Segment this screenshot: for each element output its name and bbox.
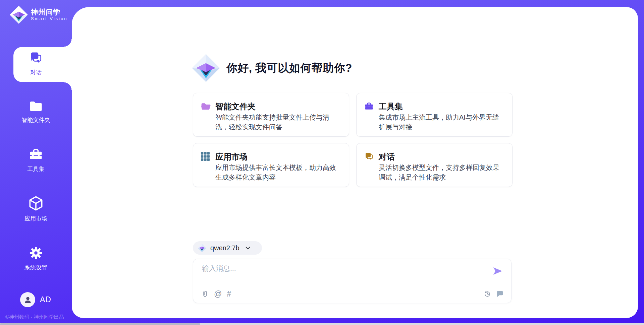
avatar xyxy=(20,292,35,307)
model-diamond-icon xyxy=(198,244,206,252)
brand-logo: 神州问学 Smart Vision xyxy=(9,5,67,24)
message-input[interactable] xyxy=(201,263,488,284)
send-icon[interactable] xyxy=(492,266,503,276)
app-window: 神州问学 Smart Vision 对话 智能文件夹 工具集 应用市场 系统设置… xyxy=(0,0,644,325)
person-icon xyxy=(23,295,33,305)
card-smart-folder[interactable]: 智能文件夹 智能文件夹功能支持批量文件上传与清洗，轻松实现文件问答 xyxy=(193,93,349,137)
tab-fillet-bottom xyxy=(64,82,72,90)
sidebar-item-label: 智能文件夹 xyxy=(22,116,50,124)
user-account[interactable]: AD xyxy=(20,292,51,307)
brand-diamond-icon xyxy=(9,5,28,24)
sidebar-item-app-market[interactable]: 应用市场 xyxy=(0,195,72,222)
toolbox-icon xyxy=(364,102,374,112)
card-title: 工具集 xyxy=(379,101,403,112)
horizontal-scrollbar-thumb[interactable] xyxy=(0,323,200,325)
hashtag-icon[interactable]: # xyxy=(227,290,231,298)
chevron-down-icon xyxy=(246,247,250,250)
sidebar-item-toolset[interactable]: 工具集 xyxy=(0,147,72,173)
message-composer: @ # xyxy=(193,259,512,303)
brand-name: 神州问学 xyxy=(31,8,67,16)
sidebar-item-settings[interactable]: 系统设置 xyxy=(0,245,72,271)
greeting-text: 你好, 我可以如何帮助你? xyxy=(226,61,352,76)
user-initials: AD xyxy=(40,295,51,304)
model-name: qwen2:7b xyxy=(210,244,239,252)
sidebar-item-smart-folder[interactable]: 智能文件夹 xyxy=(0,99,72,124)
card-chat[interactable]: 对话 灵活切换多模型文件，支持多样回复效果调试，满足个性化需求 xyxy=(356,143,513,187)
card-toolset[interactable]: 工具集 集成市场上主流工具，助力AI与外界无缝扩展与对接 xyxy=(356,93,513,137)
card-title: 对话 xyxy=(379,151,395,162)
composer-divider xyxy=(198,286,506,286)
grid-cube-icon xyxy=(201,152,210,161)
copyright-text: ©神州数码 · 神州问学出品 xyxy=(5,314,69,320)
card-description: 集成市场上主流工具，助力AI与外界无缝扩展与对接 xyxy=(379,113,505,132)
horizontal-scrollbar-track[interactable] xyxy=(0,323,644,325)
card-title: 应用市场 xyxy=(215,151,248,162)
cube-icon xyxy=(28,195,44,212)
folder-open-icon xyxy=(201,102,211,112)
card-description: 智能文件夹功能支持批量文件上传与清洗，轻松实现文件问答 xyxy=(215,113,341,132)
brand-subtitle: Smart Vision xyxy=(31,16,67,21)
chat-bubble-icon[interactable] xyxy=(496,290,504,298)
model-selector[interactable]: qwen2:7b xyxy=(193,241,262,255)
assistant-diamond-icon xyxy=(192,54,220,82)
folder-icon xyxy=(28,99,44,113)
card-title: 智能文件夹 xyxy=(215,101,256,112)
sidebar-item-label: 对话 xyxy=(30,69,42,76)
mention-icon[interactable]: @ xyxy=(214,290,222,298)
greeting-section: 你好, 我可以如何帮助你? xyxy=(192,54,352,82)
sidebar-item-label: 系统设置 xyxy=(24,264,47,271)
paperclip-icon[interactable] xyxy=(201,290,209,298)
toolbox-icon xyxy=(28,147,44,162)
sidebar-item-label: 工具集 xyxy=(28,165,45,173)
card-description: 应用市场提供丰富长文本模板，助力高效生成多样化文章内容 xyxy=(215,163,341,182)
chat-icon xyxy=(364,152,374,162)
card-app-market[interactable]: 应用市场 应用市场提供丰富长文本模板，助力高效生成多样化文章内容 xyxy=(193,143,349,187)
chat-icon xyxy=(29,51,43,66)
tab-fillet-top xyxy=(64,39,72,47)
gear-icon xyxy=(28,245,44,261)
sidebar-item-chat[interactable]: 对话 xyxy=(0,51,72,76)
sidebar-item-label: 应用市场 xyxy=(24,215,47,222)
card-description: 灵活切换多模型文件，支持多样回复效果调试，满足个性化需求 xyxy=(379,163,505,182)
history-icon[interactable] xyxy=(484,290,491,298)
